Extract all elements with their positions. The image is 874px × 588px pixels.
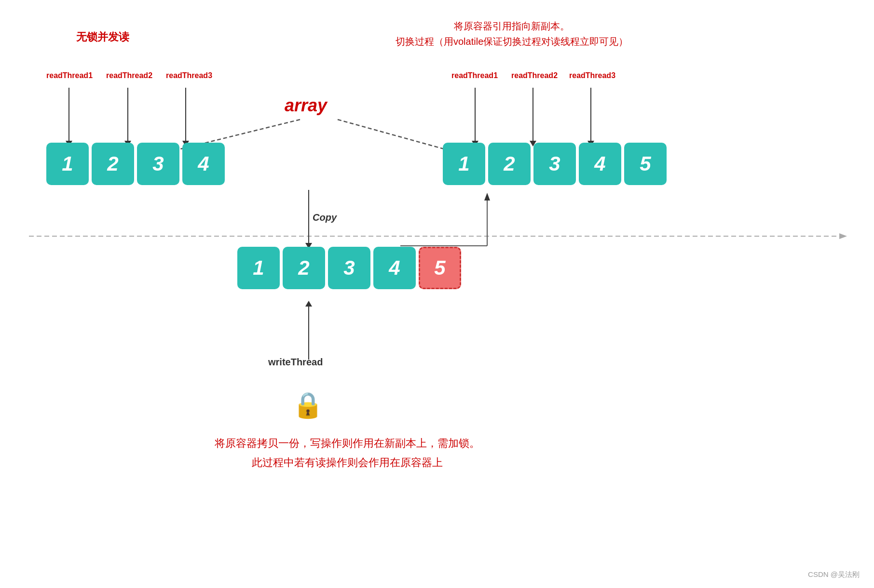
right-cell-4: 4 <box>579 143 621 185</box>
left-thread2-arrow <box>124 88 131 147</box>
lock-icon: 🔒 <box>292 390 324 420</box>
svg-marker-6 <box>484 193 490 200</box>
left-thread2-label: readThread2 <box>106 71 152 80</box>
write-thread-label: writeThread <box>268 357 323 368</box>
bottom-description: 将原容器拷贝一份，写操作则作用在新副本上，需加锁。 此过程中若有读操作则会作用在… <box>164 434 531 472</box>
copy-cell-5: 5 <box>419 247 461 289</box>
copy-cell-1: 1 <box>237 247 280 289</box>
right-thread3-label: readThread3 <box>569 71 615 80</box>
right-thread1-label: readThread1 <box>451 71 498 80</box>
copy-array: 1 2 3 4 5 <box>237 247 461 289</box>
switch-label: 将原容器引用指向新副本。 切换过程（用volatile保证切换过程对读线程立即可… <box>396 18 628 49</box>
diagram-container: 无锁并发读 将原容器引用指向新副本。 切换过程（用volatile保证切换过程对… <box>0 0 874 588</box>
left-cell-4: 4 <box>182 143 225 185</box>
right-thread1-arrow <box>472 88 478 147</box>
left-thread1-arrow <box>66 88 72 147</box>
copy-cell-2: 2 <box>283 247 325 289</box>
write-thread-arrow <box>305 301 312 360</box>
left-thread3-arrow <box>182 88 189 147</box>
left-cell-2: 2 <box>92 143 134 185</box>
left-cell-3: 3 <box>137 143 179 185</box>
left-thread1-label: readThread1 <box>46 71 93 80</box>
array-label: array <box>285 95 327 116</box>
copy-arrow-down <box>305 190 312 249</box>
right-thread2-label: readThread2 <box>511 71 558 80</box>
right-thread3-arrow <box>587 88 594 147</box>
copy-cell-4: 4 <box>373 247 416 289</box>
left-array: 1 2 3 4 <box>46 143 225 185</box>
copy-label: Copy <box>313 212 337 223</box>
svg-marker-3 <box>839 233 847 239</box>
watermark: CSDN @吴法刚 <box>808 570 860 579</box>
copy-cell-3: 3 <box>328 247 370 289</box>
right-cell-2: 2 <box>488 143 531 185</box>
right-cell-3: 3 <box>533 143 576 185</box>
right-cell-1: 1 <box>443 143 485 185</box>
no-lock-label: 无锁并发读 <box>76 30 129 44</box>
left-thread3-label: readThread3 <box>166 71 212 80</box>
left-cell-1: 1 <box>46 143 89 185</box>
right-cell-5: 5 <box>624 143 667 185</box>
right-array: 1 2 3 4 5 <box>443 143 667 185</box>
right-thread2-arrow <box>530 88 536 147</box>
